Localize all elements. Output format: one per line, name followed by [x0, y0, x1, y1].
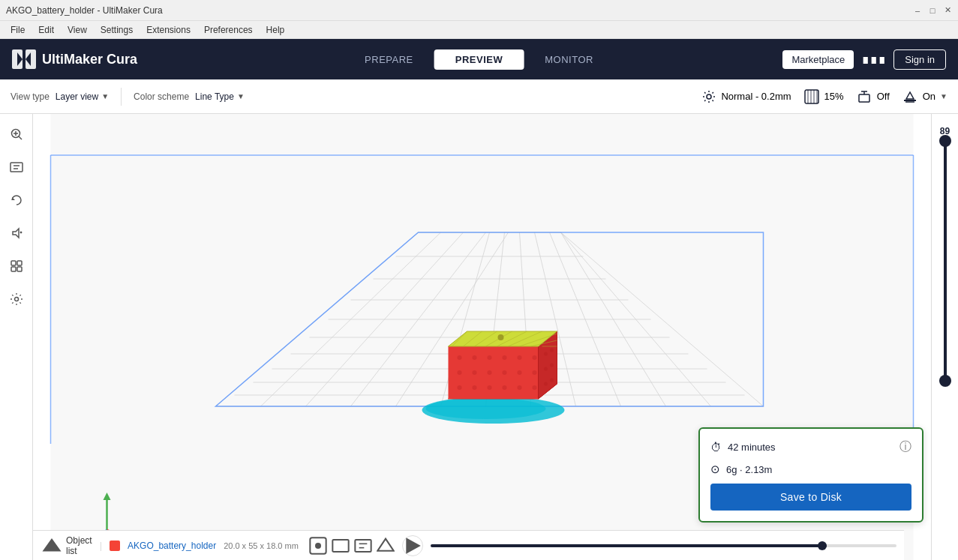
slider-handle-bottom[interactable] — [939, 375, 951, 387]
svg-point-79 — [503, 385, 507, 390]
grid-icon[interactable]: ∎∎∎ — [861, 51, 886, 67]
close-button[interactable]: ✕ — [943, 6, 952, 15]
object-icon-3[interactable] — [354, 537, 372, 555]
infill-setting[interactable]: 15% — [803, 88, 844, 105]
svg-point-71 — [473, 370, 477, 375]
svg-rect-26 — [11, 261, 16, 265]
timeline-handle[interactable] — [818, 541, 827, 550]
svg-line-16 — [19, 136, 22, 139]
svg-point-74 — [518, 370, 522, 375]
fit-to-view-button[interactable] — [5, 156, 28, 178]
object-dims: 20.0 x 55 x 18.0 mm — [224, 541, 299, 550]
svg-point-83 — [544, 352, 548, 356]
svg-point-88 — [550, 379, 554, 382]
menu-settings[interactable]: Settings — [95, 23, 139, 37]
svg-marker-114 — [406, 538, 421, 554]
svg-point-30 — [14, 298, 18, 301]
support-setting[interactable]: Off — [856, 88, 890, 105]
layer-slider-track[interactable] — [944, 141, 947, 381]
undo-button[interactable] — [5, 189, 28, 211]
svg-point-99 — [498, 334, 504, 340]
object-color-swatch — [110, 541, 120, 551]
layer-slider: 89 — [931, 114, 958, 560]
view-type-label: View type — [11, 91, 50, 102]
view-type-chevron: ▼ — [101, 92, 109, 100]
object-icon-1[interactable] — [309, 537, 327, 555]
maximize-button[interactable]: □ — [928, 6, 937, 15]
normal-setting[interactable]: Normal - 0.2mm — [701, 89, 791, 104]
timeline-fill — [431, 544, 827, 547]
normal-value: Normal - 0.2mm — [721, 91, 791, 102]
svg-rect-28 — [11, 267, 16, 271]
menu-help[interactable]: Help — [260, 23, 291, 37]
menu-extensions[interactable]: Extensions — [140, 23, 197, 37]
tab-preview[interactable]: PREVIEW — [434, 49, 524, 70]
info-button[interactable]: ⓘ — [899, 439, 911, 455]
divider-1 — [121, 88, 122, 106]
left-tools — [0, 114, 33, 560]
svg-rect-27 — [17, 261, 22, 265]
svg-marker-106 — [43, 538, 62, 552]
title-label: AKGO_battery_holder - UltiMaker Cura — [6, 5, 163, 16]
toolbar-right: Normal - 0.2mm 15% Off — [701, 88, 947, 105]
color-scheme-dropdown[interactable]: Line Type ▼ — [195, 91, 245, 102]
zoom-in-button[interactable] — [5, 123, 28, 145]
svg-rect-19 — [11, 163, 23, 172]
svg-point-87 — [544, 382, 548, 386]
color-scheme-group: Color scheme Line Type ▼ — [134, 91, 245, 102]
view-type-value: Layer view — [56, 91, 98, 102]
print-info-card: ⏱ 42 minutes ⓘ ⊙ 6g · 2.13m Save to Disk — [698, 427, 923, 523]
nav-bar: UltiMaker Cura PREPARE PREVIEW MONITOR M… — [0, 39, 958, 79]
menu-file[interactable]: File — [5, 23, 31, 37]
view-type-dropdown[interactable]: Layer view ▼ — [56, 91, 109, 102]
menu-preferences[interactable]: Preferences — [198, 23, 259, 37]
bottom-bar: Object list | AKGO_battery_holder 20.0 x… — [33, 530, 904, 560]
play-button[interactable] — [402, 535, 423, 556]
settings-icon — [10, 292, 23, 306]
arrange-button[interactable] — [5, 255, 28, 277]
svg-point-73 — [503, 370, 507, 375]
logo-text: UltiMaker Cura — [42, 52, 137, 67]
adhesion-setting[interactable]: On ▼ — [902, 88, 947, 105]
divider: | — [100, 540, 102, 551]
settings-button[interactable] — [5, 288, 28, 310]
menu-bar: File Edit View Settings Extensions Prefe… — [0, 21, 958, 39]
svg-rect-109 — [332, 540, 348, 552]
mute-button[interactable] — [5, 222, 28, 244]
mute-icon — [10, 226, 23, 240]
adhesion-chevron: ▼ — [940, 92, 947, 100]
signin-button[interactable]: Sign in — [893, 49, 946, 70]
nav-right: Marketplace ∎∎∎ Sign in — [782, 49, 946, 70]
object-name[interactable]: AKGO_battery_holder — [128, 541, 216, 551]
svg-point-78 — [488, 385, 492, 390]
svg-marker-22 — [12, 197, 15, 200]
chevron-up-icon — [41, 535, 63, 557]
settings-icon — [701, 89, 716, 104]
tab-prepare[interactable]: PREPARE — [344, 49, 434, 70]
title-bar: AKGO_battery_holder - UltiMaker Cura – □… — [0, 0, 958, 21]
svg-point-81 — [533, 385, 537, 390]
object-list-button[interactable]: Object list — [41, 535, 92, 557]
minimize-button[interactable]: – — [913, 6, 922, 15]
menu-view[interactable]: View — [62, 23, 93, 37]
window-controls: – □ ✕ — [913, 6, 952, 15]
fit-icon — [10, 160, 23, 174]
slider-handle-top[interactable] — [939, 135, 951, 147]
zoom-in-icon — [10, 127, 23, 141]
menu-edit[interactable]: Edit — [32, 23, 60, 37]
toolbar: View type Layer view ▼ Color scheme Line… — [0, 79, 958, 114]
marketplace-button[interactable]: Marketplace — [782, 50, 854, 69]
svg-point-68 — [518, 355, 522, 360]
svg-marker-23 — [13, 229, 19, 238]
object-icon-2[interactable] — [332, 537, 350, 555]
adhesion-icon — [902, 88, 918, 105]
logo-icon — [12, 49, 36, 69]
tab-monitor[interactable]: MONITOR — [524, 49, 614, 70]
support-icon — [856, 88, 872, 105]
svg-point-86 — [550, 364, 554, 367]
object-icon-4[interactable] — [377, 537, 395, 555]
adhesion-value: On — [923, 91, 935, 102]
arrange-icon — [10, 259, 23, 273]
save-to-disk-button[interactable]: Save to Disk — [710, 484, 911, 511]
timeline-track[interactable] — [431, 544, 896, 547]
